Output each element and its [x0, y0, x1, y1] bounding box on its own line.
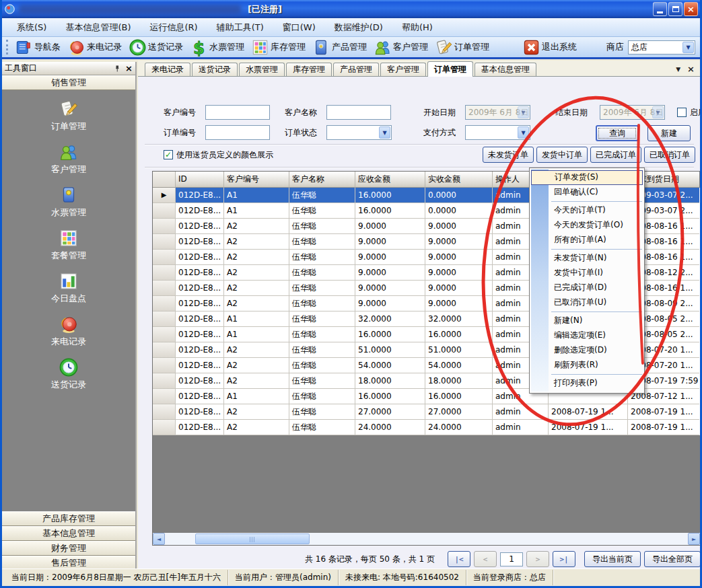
context-menu-item[interactable]: 今天的订单(T) [530, 203, 644, 218]
last-page-button[interactable]: >| [553, 551, 575, 567]
tab[interactable]: 客户管理 [380, 63, 426, 76]
shop-select[interactable]: 总店 ▼ [628, 40, 695, 54]
context-menu-item[interactable]: 已完成订单(D) [530, 281, 644, 295]
export-current-page-button[interactable]: 导出当前页 [584, 551, 641, 567]
sidebar-nav-item[interactable]: 送货记录 [51, 357, 86, 391]
sidebar-section-bar[interactable]: 财务管理 [2, 541, 135, 556]
scroll-left-icon[interactable]: ◄ [153, 533, 165, 545]
row-selector-cell[interactable] [153, 420, 176, 435]
context-menu-item[interactable]: 打印列表(P) [530, 376, 644, 391]
row-selector-cell[interactable]: ▶ [153, 188, 176, 203]
order-status-select[interactable]: ▼ [326, 125, 392, 140]
menu-item[interactable]: 窗口(W) [273, 19, 325, 36]
column-header-receivable[interactable]: 应收金额 [355, 172, 425, 188]
toolbar-button[interactable]: 订单管理 [431, 38, 493, 57]
toolbar-button[interactable] [493, 38, 519, 57]
toolbar-button[interactable]: 送货记录 [125, 38, 186, 57]
row-selector-cell[interactable] [153, 311, 176, 327]
tab[interactable]: 库存管理 [286, 63, 332, 76]
scrollbar-thumb[interactable] [195, 534, 310, 544]
sidebar-nav-item[interactable]: 订单管理 [51, 99, 86, 133]
enable-checkbox[interactable] [677, 108, 687, 117]
row-selector-cell[interactable] [153, 234, 176, 250]
next-page-button[interactable]: > [526, 551, 549, 567]
filter-unshipped-button[interactable]: 未发货订单 [483, 147, 534, 163]
pay-method-select[interactable]: ▼ [465, 125, 530, 140]
customer-no-input[interactable] [205, 105, 270, 120]
row-selector-cell[interactable] [153, 358, 176, 373]
context-menu-item[interactable]: 删除选定项(D) [530, 343, 644, 358]
sidebar-nav-item[interactable]: 来电记录 [51, 314, 86, 348]
context-menu-item[interactable]: 回单确认(C) [530, 185, 644, 200]
tab[interactable]: 水票管理 [239, 63, 285, 76]
column-header-customer-name[interactable]: 客户名称 [289, 172, 355, 188]
toolbar-button[interactable]: 退出系统 [519, 38, 580, 57]
minimize-button[interactable] [653, 2, 667, 16]
scroll-right-icon[interactable]: ► [688, 533, 700, 545]
chevron-down-icon[interactable]: ▼ [682, 42, 694, 53]
maximize-button[interactable] [668, 2, 682, 16]
sidebar-nav-item[interactable]: 套餐管理 [51, 228, 86, 262]
sidebar-nav-item[interactable]: 水票管理 [51, 185, 86, 219]
query-button[interactable]: 查询 [596, 125, 639, 141]
context-menu-item[interactable]: 编辑选定项(E) [530, 328, 644, 343]
context-menu-item[interactable]: 新建(N) [530, 314, 644, 328]
context-menu-item[interactable]: 所有的订单(A) [530, 233, 644, 248]
row-selector-cell[interactable] [153, 281, 176, 296]
row-selector-cell[interactable] [153, 250, 176, 265]
sidebar-nav-item[interactable]: 今日盘点 [51, 271, 86, 305]
context-menu-item[interactable]: 刷新列表(R) [530, 358, 644, 373]
column-header-customer-no[interactable]: 客户编号 [224, 172, 289, 188]
column-header-received[interactable]: 实收金额 [425, 172, 493, 188]
start-date-picker[interactable]: 2009年 6月 8日▼ [465, 105, 530, 120]
row-selector-cell[interactable] [153, 265, 176, 281]
close-button[interactable]: × [684, 2, 698, 16]
page-number-input[interactable]: 1 [500, 552, 523, 566]
sidebar-section-bar[interactable]: 基本信息管理 [2, 526, 135, 541]
tab[interactable]: 产品管理 [333, 63, 379, 76]
filter-completed-button[interactable]: 已完成订单 [590, 147, 641, 163]
context-menu-item[interactable]: 发货中订单(I) [530, 266, 644, 281]
menu-item[interactable]: 系统(S) [7, 19, 56, 36]
tab[interactable]: 来电记录 [145, 63, 190, 76]
pin-icon[interactable] [113, 65, 121, 73]
tab[interactable]: 基本信息管理 [475, 63, 536, 76]
chevron-down-icon[interactable]: ▼ [379, 126, 390, 139]
sidebar-section-sales[interactable]: 销售管理 [2, 75, 135, 90]
row-selector-cell[interactable] [153, 342, 176, 358]
table-row[interactable]: 012D-E8... A2 伍华聪 27.0000 27.0000 admin … [153, 404, 700, 420]
toolbar-grip[interactable] [6, 40, 8, 54]
context-menu-item[interactable]: 今天的发货订单(O) [530, 218, 644, 233]
row-selector-cell[interactable] [153, 296, 176, 311]
context-menu-item[interactable]: 未发货订单(N) [530, 251, 644, 266]
toolbar-button[interactable]: 客户管理 [370, 38, 431, 57]
menu-item[interactable]: 基本信息管理(B) [56, 19, 140, 36]
row-selector-cell[interactable] [153, 327, 176, 342]
menu-item[interactable]: 辅助工具(T) [207, 19, 273, 36]
sidebar-close-icon[interactable]: × [125, 64, 133, 73]
tab-list-dropdown-icon[interactable]: ▼ [676, 66, 680, 73]
column-header-id[interactable]: ID [176, 172, 224, 188]
export-all-pages-button[interactable]: 导出全部页 [644, 551, 701, 567]
row-selector-cell[interactable] [153, 219, 176, 234]
context-menu-item[interactable]: 已取消订单(U) [530, 295, 644, 310]
menu-item[interactable]: 运行信息(R) [140, 19, 207, 36]
tab-close-icon[interactable]: × [687, 65, 695, 73]
toolbar-button[interactable]: 来电记录 [64, 38, 125, 57]
toolbar-button[interactable]: 导航条 [11, 38, 64, 57]
tab[interactable]: 送货记录 [192, 63, 238, 76]
filter-cancelled-button[interactable]: 已取消订单 [644, 147, 695, 163]
sidebar-nav-item[interactable]: 客户管理 [51, 142, 86, 176]
toolbar-button[interactable] [580, 38, 606, 57]
order-no-input[interactable] [205, 125, 270, 140]
menu-item[interactable]: 帮助(H) [392, 19, 442, 36]
toolbar-button[interactable]: 库存管理 [248, 38, 309, 57]
row-selector-cell[interactable] [153, 373, 176, 389]
horizontal-scrollbar[interactable]: ◄ ► [153, 533, 700, 545]
menu-item[interactable]: 数据维护(D) [325, 19, 392, 36]
row-selector-cell[interactable] [153, 389, 176, 404]
chevron-down-icon[interactable]: ▼ [518, 126, 529, 139]
customer-name-input[interactable] [326, 105, 391, 120]
row-selector-cell[interactable] [153, 404, 176, 420]
context-menu-item[interactable]: 订单发货(S) [531, 170, 643, 185]
